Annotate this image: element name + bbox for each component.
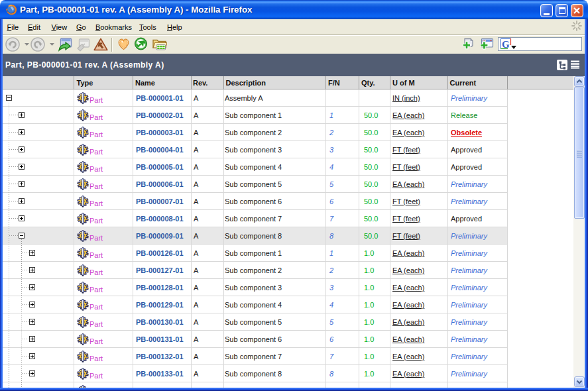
svg-text:G: G: [502, 39, 510, 50]
